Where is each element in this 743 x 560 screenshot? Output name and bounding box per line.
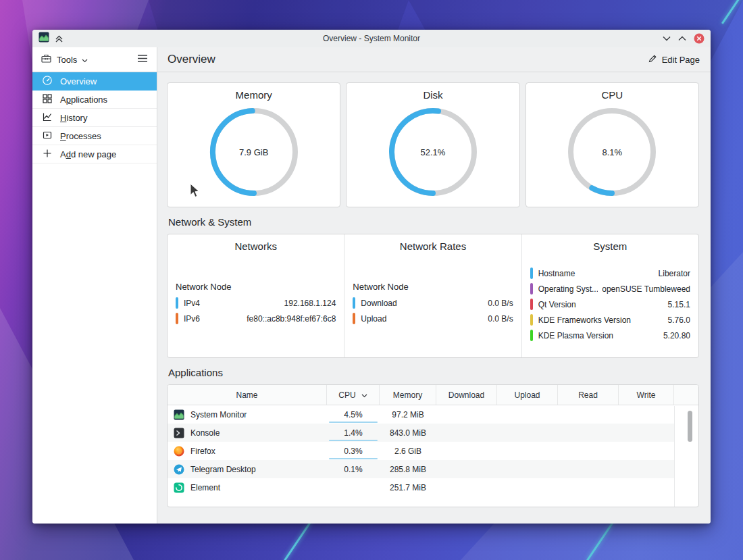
gauge-title: CPU xyxy=(526,89,698,101)
sensor-label: Operating Syst... xyxy=(538,284,598,294)
main-area: Overview Edit Page Memory 7.9 GiB Disk xyxy=(157,47,711,524)
circular-gauge: 52.1% xyxy=(386,105,480,199)
cell-cpu: 1.4% xyxy=(327,424,380,442)
sensor-color-bar xyxy=(176,313,178,324)
edit-page-button[interactable]: Edit Page xyxy=(648,54,700,66)
cell-memory: 97.2 MiB xyxy=(380,410,436,419)
telegram-icon xyxy=(174,464,184,475)
sort-chevron-down-icon xyxy=(361,390,367,400)
sensor-row: Qt Version 5.15.1 xyxy=(530,297,690,312)
sidebar-items: Overview Applications History Processes … xyxy=(32,72,157,163)
gauge-title: Memory xyxy=(168,89,340,101)
column-header-cpu[interactable]: CPU xyxy=(327,385,380,405)
firefox-icon xyxy=(174,446,184,457)
sidebar-item-label: Applications xyxy=(60,95,107,105)
cpu-usage-bar xyxy=(329,422,378,423)
info-group-header: Network Node xyxy=(176,282,336,292)
sidebar-item-label: History xyxy=(60,113,87,123)
cell-memory: 2.6 GiB xyxy=(380,447,436,456)
tools-menu-button[interactable]: Tools xyxy=(57,55,77,65)
pencil-icon xyxy=(648,54,657,66)
sensor-value: Liberator xyxy=(659,269,690,278)
hamburger-menu-icon[interactable] xyxy=(137,53,148,66)
titlebar[interactable]: Overview - System Monitor xyxy=(32,30,711,47)
cell-cpu: 0.1% xyxy=(327,460,380,478)
sidebar-item-history[interactable]: History xyxy=(32,109,157,127)
gauge-icon xyxy=(42,75,53,88)
close-button[interactable] xyxy=(694,33,704,44)
sensor-label: IPv4 xyxy=(184,299,280,308)
sensor-row: Hostname Liberator xyxy=(530,265,690,281)
table-row[interactable]: Konsole 1.4% 843.0 MiB xyxy=(168,424,674,442)
sidebar-item-applications[interactable]: Applications xyxy=(32,91,157,109)
sensor-label: Download xyxy=(361,299,484,308)
info-column-network-rates: Network Rates Network Node Download 0.0 … xyxy=(344,234,521,357)
sensor-row: Upload 0.0 B/s xyxy=(353,311,513,326)
column-header-memory[interactable]: Memory xyxy=(380,385,436,405)
info-column-title: Network Rates xyxy=(353,240,513,252)
app-name: Konsole xyxy=(190,428,220,438)
maximize-button[interactable] xyxy=(678,36,686,41)
column-header-upload[interactable]: Upload xyxy=(497,385,558,405)
sidebar-item-add-new-page[interactable]: Add new page xyxy=(32,145,157,163)
element-icon xyxy=(174,482,184,493)
chevron-down-icon[interactable] xyxy=(82,53,88,66)
sensor-color-bar xyxy=(353,297,355,309)
sidebar: Tools Overview Applications History Proc… xyxy=(32,47,157,524)
sensor-label: Upload xyxy=(361,314,484,324)
sensor-color-bar xyxy=(530,330,533,341)
cell-name: System Monitor xyxy=(168,409,327,420)
page-title: Overview xyxy=(168,53,215,66)
circular-gauge: 7.9 GiB xyxy=(207,105,301,199)
sensor-color-bar xyxy=(530,268,533,279)
table-body: System Monitor 4.5% 97.2 MiB Konsole 1.4… xyxy=(168,405,698,497)
sidebar-item-label: Overview xyxy=(60,76,97,86)
system-monitor-icon xyxy=(174,409,184,420)
app-name: Element xyxy=(190,483,220,492)
table-row[interactable]: Firefox 0.3% 2.6 GiB xyxy=(168,442,674,460)
info-column-title: Networks xyxy=(176,240,336,252)
sensor-value: fe80::ac8b:948f:ef67:6c8 xyxy=(247,314,336,324)
network-system-card: Networks Network Node IPv4 192.168.1.124… xyxy=(167,234,699,358)
info-rows: IPv4 192.168.1.124 IPv6 fe80::ac8b:948f:… xyxy=(176,295,336,326)
column-header-name[interactable]: Name xyxy=(168,385,327,405)
info-column-system: System Hostname Liberator Operating Syst… xyxy=(521,234,698,357)
toolbox-icon xyxy=(41,53,51,66)
sensor-row: IPv6 fe80::ac8b:948f:ef67:6c8 xyxy=(176,311,336,326)
sensor-label: IPv6 xyxy=(184,314,242,324)
gauge-card-cpu: CPU 8.1% xyxy=(526,82,699,207)
cell-memory: 251.7 MiB xyxy=(380,483,436,492)
sensor-row: Download 0.0 B/s xyxy=(353,295,513,311)
sidebar-item-processes[interactable]: Processes xyxy=(32,127,157,145)
gauge-value-label: 7.9 GiB xyxy=(207,105,301,199)
overview-page: Memory 7.9 GiB Disk 52.1% CPU 8.1% xyxy=(157,72,711,524)
cell-cpu xyxy=(327,478,380,497)
cell-cpu: 0.3% xyxy=(327,442,380,460)
plus-icon xyxy=(42,148,53,161)
sidebar-item-overview[interactable]: Overview xyxy=(32,72,157,91)
desktop-wallpaper: Overview - System Monitor Tools Overview xyxy=(0,0,743,560)
app-name: Telegram Desktop xyxy=(190,465,256,474)
cell-name: Firefox xyxy=(168,446,327,457)
applications-section-label: Applications xyxy=(168,367,699,378)
table-row[interactable]: Telegram Desktop 0.1% 285.8 MiB xyxy=(168,460,674,478)
table-scrollbar-thumb[interactable] xyxy=(688,411,692,442)
sensor-color-bar xyxy=(353,313,355,324)
table-row[interactable]: Element 251.7 MiB xyxy=(168,478,674,497)
column-header-read[interactable]: Read xyxy=(558,385,619,405)
sidebar-item-label: Processes xyxy=(60,131,101,141)
table-row[interactable]: System Monitor 4.5% 97.2 MiB xyxy=(168,405,674,424)
sensor-label: Qt Version xyxy=(538,300,664,309)
page-header: Overview Edit Page xyxy=(157,47,711,72)
minimize-button[interactable] xyxy=(663,36,671,41)
sensor-value: 5.15.1 xyxy=(668,300,690,309)
applications-table: NameCPUMemoryDownloadUploadReadWrite Sys… xyxy=(167,384,699,507)
sensor-value: 0.0 B/s xyxy=(488,299,513,308)
sensor-row: KDE Plasma Version 5.20.80 xyxy=(530,328,690,343)
column-header-write[interactable]: Write xyxy=(619,385,674,405)
column-header-download[interactable]: Download xyxy=(436,385,497,405)
cell-name: Element xyxy=(168,482,327,493)
table-scrollbar-track[interactable] xyxy=(674,406,698,507)
cpu-usage-bar xyxy=(329,440,378,441)
sensor-color-bar xyxy=(530,314,533,326)
